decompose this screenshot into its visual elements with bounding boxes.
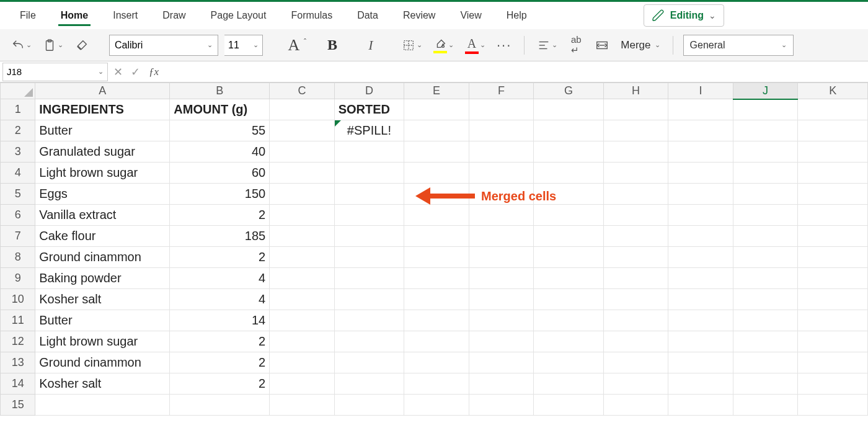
cell[interactable]	[270, 226, 335, 247]
tab-file[interactable]: File	[7, 4, 48, 27]
cell[interactable]	[534, 268, 604, 289]
cell[interactable]	[798, 226, 868, 247]
select-all-corner[interactable]	[1, 83, 35, 99]
cell[interactable]	[270, 352, 335, 373]
col-header-F[interactable]: F	[469, 83, 534, 99]
font-size-select[interactable]: 11 ⌄	[224, 35, 263, 56]
cell[interactable]	[733, 120, 798, 141]
cell[interactable]	[733, 373, 798, 395]
tab-review[interactable]: Review	[391, 4, 448, 27]
cell[interactable]	[270, 120, 335, 141]
cell[interactable]	[668, 331, 733, 352]
cell[interactable]	[733, 184, 798, 205]
cell[interactable]	[469, 289, 534, 310]
cell[interactable]	[603, 331, 668, 352]
cell[interactable]	[668, 226, 733, 247]
cell[interactable]	[469, 141, 534, 163]
row-header[interactable]: 3	[1, 141, 35, 163]
cell[interactable]	[534, 205, 604, 226]
bold-button[interactable]: B	[322, 35, 342, 56]
number-format-select[interactable]: General ⌄	[683, 35, 794, 56]
cell[interactable]	[334, 141, 404, 163]
cell[interactable]	[733, 163, 798, 184]
row-header[interactable]: 2	[1, 120, 35, 141]
cell[interactable]	[334, 247, 404, 268]
cell[interactable]	[798, 205, 868, 226]
cell[interactable]: Light brown sugar	[35, 163, 170, 184]
cell[interactable]	[668, 289, 733, 310]
cell[interactable]	[798, 352, 868, 373]
cell[interactable]	[668, 310, 733, 331]
tab-data[interactable]: Data	[345, 4, 391, 27]
col-header-J[interactable]: J	[733, 83, 798, 99]
cell[interactable]	[270, 331, 335, 352]
cell[interactable]	[334, 205, 404, 226]
cell[interactable]: 150	[170, 184, 270, 205]
cell[interactable]	[603, 226, 668, 247]
format-painter-button[interactable]	[72, 35, 92, 56]
cell[interactable]	[469, 205, 534, 226]
cell[interactable]: SORTED	[334, 99, 404, 120]
cell[interactable]	[270, 268, 335, 289]
cell[interactable]	[270, 289, 335, 310]
cell[interactable]: Vanilla extract	[35, 205, 170, 226]
cell[interactable]: Cake flour	[35, 226, 170, 247]
enter-formula-button[interactable]: ✓	[126, 65, 144, 79]
cell[interactable]: Ground cinammon	[35, 247, 170, 268]
cell[interactable]	[534, 226, 604, 247]
cell[interactable]	[270, 373, 335, 395]
cell[interactable]	[534, 373, 604, 395]
tab-formulas[interactable]: Formulas	[278, 4, 345, 27]
cell[interactable]: Ground cinammon	[35, 352, 170, 373]
cell[interactable]	[798, 247, 868, 268]
cell[interactable]: 2	[170, 247, 270, 268]
cell[interactable]	[668, 141, 733, 163]
cell[interactable]	[404, 99, 469, 120]
cell[interactable]	[798, 373, 868, 395]
cell[interactable]	[534, 395, 604, 416]
cell[interactable]	[170, 395, 270, 416]
cell[interactable]	[668, 205, 733, 226]
cell[interactable]: 55	[170, 120, 270, 141]
cell[interactable]: 2	[170, 331, 270, 352]
more-font-options-button[interactable]: ···	[494, 35, 514, 56]
cell[interactable]	[798, 141, 868, 163]
cell[interactable]: 185	[170, 226, 270, 247]
cell[interactable]: Kosher salt	[35, 289, 170, 310]
cell[interactable]	[534, 99, 604, 120]
cell[interactable]	[534, 310, 604, 331]
cell[interactable]	[404, 120, 469, 141]
merge-button[interactable]: Merge ⌄	[618, 35, 662, 56]
cell[interactable]	[334, 289, 404, 310]
cell[interactable]	[334, 163, 404, 184]
cell[interactable]	[668, 99, 733, 120]
row-header[interactable]: 8	[1, 247, 35, 268]
cell[interactable]	[404, 184, 469, 205]
cell[interactable]	[35, 395, 170, 416]
cell[interactable]	[404, 205, 469, 226]
cell[interactable]	[534, 331, 604, 352]
cell[interactable]	[603, 268, 668, 289]
cell[interactable]: 40	[170, 141, 270, 163]
col-header-D[interactable]: D	[334, 83, 404, 99]
cell[interactable]	[534, 289, 604, 310]
merge-center-icon-button[interactable]	[592, 35, 612, 56]
row-header[interactable]: 1	[1, 99, 35, 120]
cell[interactable]	[469, 99, 534, 120]
cell[interactable]	[798, 163, 868, 184]
row-header[interactable]: 6	[1, 205, 35, 226]
cell[interactable]	[603, 205, 668, 226]
cell[interactable]	[469, 184, 534, 205]
font-name-select[interactable]: Calibri ⌄	[109, 35, 218, 56]
cell[interactable]	[733, 99, 798, 120]
cell[interactable]	[270, 310, 335, 331]
cell[interactable]	[603, 395, 668, 416]
font-color-button[interactable]: A ⌄	[463, 35, 488, 56]
cell[interactable]	[603, 120, 668, 141]
cell[interactable]	[668, 373, 733, 395]
cell[interactable]: 2	[170, 352, 270, 373]
cell[interactable]	[668, 268, 733, 289]
cell[interactable]	[334, 395, 404, 416]
cell[interactable]	[603, 184, 668, 205]
cell[interactable]	[668, 184, 733, 205]
